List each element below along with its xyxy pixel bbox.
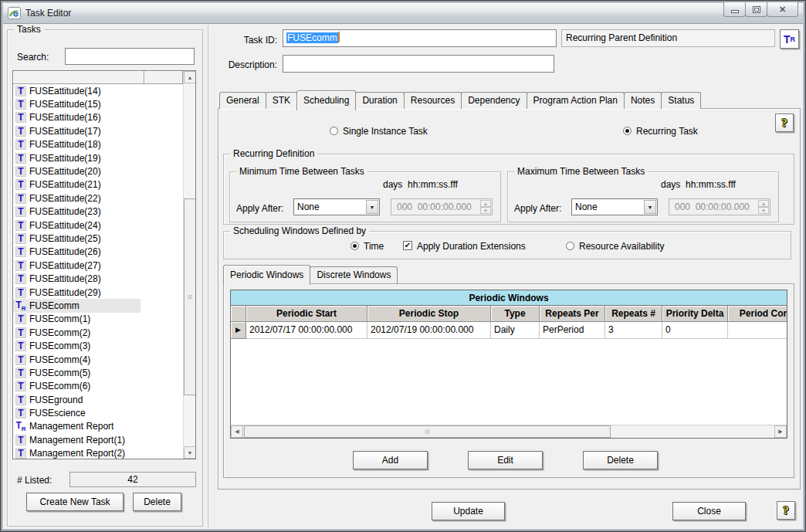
max-spin-buttons[interactable]: ▲▼ — [758, 200, 769, 214]
task-list-item[interactable]: TFUSEground — [13, 393, 183, 406]
task-list-item[interactable]: TFUSEcomm(6) — [13, 380, 183, 393]
close-button[interactable]: ✕ — [767, 2, 798, 17]
task-list-item[interactable]: TFUSEattitude(23) — [13, 205, 183, 219]
task-list-item[interactable]: TFUSEscience — [13, 406, 183, 419]
scroll-left-icon[interactable]: ◀ — [231, 425, 243, 438]
tab-program-action-plan[interactable]: Program Action Plan — [527, 92, 625, 109]
grid-header-cell[interactable]: Repeats # — [605, 306, 662, 322]
tab-notes[interactable]: Notes — [624, 92, 662, 109]
spin-down-icon[interactable]: ▼ — [480, 207, 491, 214]
apply-duration-checkbox[interactable] — [403, 241, 412, 250]
task-list-item[interactable]: TFUSEcomm(1) — [13, 313, 183, 326]
tab-general[interactable]: General — [219, 92, 266, 109]
task-list-item[interactable]: TFUSEattitude(15) — [13, 97, 183, 110]
scroll-up-icon[interactable]: ▲ — [184, 71, 196, 83]
grid-cell[interactable]: Daily — [491, 322, 540, 339]
resource-availability-radio[interactable] — [566, 242, 574, 250]
delete-window-button[interactable]: Delete — [583, 451, 658, 469]
help-button-footer[interactable]: ? — [777, 501, 795, 520]
grid-cell[interactable]: 0 — [662, 322, 728, 339]
chevron-down-icon[interactable]: ▼ — [644, 200, 656, 214]
task-listbox: TFUSEattitude(14)TFUSEattitude(15)TFUSEa… — [12, 70, 196, 459]
task-list-item[interactable]: TFUSEattitude(19) — [13, 151, 183, 164]
tab-resources[interactable]: Resources — [404, 92, 462, 109]
description-input[interactable] — [283, 55, 554, 73]
tab-duration[interactable]: Duration — [355, 92, 404, 109]
grid-header-cell[interactable]: Repeats Per — [540, 306, 605, 322]
grid-cell[interactable]: 3 — [605, 322, 662, 339]
title-bar[interactable]: Task Editor ✕ — [3, 3, 803, 24]
create-new-task-button[interactable]: Create New Task — [26, 493, 124, 511]
task-list-item[interactable]: TFUSEattitude(24) — [13, 219, 183, 232]
grid-data-row[interactable]: ▶2012/07/17 00:00:00.0002012/07/19 00:00… — [231, 322, 787, 339]
close-dialog-button[interactable]: Close — [672, 502, 746, 520]
task-list-item[interactable]: TFUSEcomm(5) — [13, 366, 183, 379]
grid-header-cell[interactable]: Periodic Start — [246, 306, 367, 322]
grid-header-cell[interactable]: Period Com — [728, 306, 787, 322]
scroll-down-icon[interactable]: ▼ — [184, 446, 196, 459]
task-list-item[interactable]: TFUSEcomm(2) — [13, 326, 183, 339]
min-duration-spinner[interactable]: 000 00:00:00.000 ▲▼ — [391, 198, 493, 215]
single-instance-radio[interactable] — [330, 127, 338, 135]
recurring-task-icon-button[interactable]: TR — [780, 29, 799, 49]
task-list-item[interactable]: TFUSEattitude(16) — [13, 111, 183, 124]
update-button[interactable]: Update — [432, 502, 505, 520]
task-list-item[interactable]: TFUSEattitude(18) — [13, 138, 183, 151]
spin-down-icon[interactable]: ▼ — [758, 207, 769, 214]
task-list-item[interactable]: TFUSEattitude(17) — [13, 124, 183, 137]
task-list-item[interactable]: TRFUSEcomm — [13, 299, 183, 312]
chevron-down-icon[interactable]: ▼ — [366, 200, 378, 214]
min-spin-buttons[interactable]: ▲▼ — [480, 200, 491, 214]
task-list-item[interactable]: TFUSEattitude(28) — [13, 272, 183, 285]
grid-cell[interactable]: 2012/07/19 00:00:00.000 — [367, 322, 491, 339]
max-apply-after-combobox[interactable]: None ▼ — [571, 198, 658, 215]
task-list-item[interactable]: TFUSEcomm(4) — [13, 353, 183, 366]
task-list-item[interactable]: TManagement Report(1) — [13, 433, 183, 446]
maximize-button[interactable] — [745, 2, 767, 17]
time-radio[interactable] — [351, 242, 359, 250]
scroll-right-icon[interactable]: ▶ — [774, 425, 787, 438]
search-input[interactable] — [65, 48, 195, 65]
grid-header-cell[interactable]: Priority Delta — [662, 306, 728, 322]
task-list-item[interactable]: TFUSEattitude(27) — [13, 259, 183, 272]
min-time-group: Minimum Time Between Tasks days hh:mm:ss… — [229, 171, 501, 222]
task-list-item[interactable]: TRManagement Report — [13, 420, 183, 433]
spin-up-icon[interactable]: ▲ — [480, 200, 491, 207]
add-window-button[interactable]: Add — [353, 451, 428, 469]
task-list-header-col1[interactable] — [13, 71, 144, 84]
task-list-vscrollbar[interactable]: ▲ ▼ — [183, 71, 195, 459]
minimize-button[interactable] — [723, 2, 746, 17]
task-list-item[interactable]: TFUSEattitude(29) — [13, 286, 183, 299]
recurring-task-radio[interactable] — [623, 127, 632, 135]
tab-status[interactable]: Status — [661, 92, 701, 109]
task-list-item[interactable]: TFUSEattitude(20) — [13, 164, 183, 178]
delete-task-button[interactable]: Delete — [133, 493, 181, 511]
task-list-header-col2[interactable] — [144, 71, 183, 84]
grid-cell[interactable]: PerPeriod — [540, 322, 605, 339]
grid-header-cell[interactable]: Type — [491, 306, 540, 322]
task-list-item[interactable]: TFUSEattitude(26) — [13, 246, 183, 259]
task-id-input[interactable]: FUSEcomm — [283, 29, 557, 47]
task-list-item[interactable]: TFUSEattitude(22) — [13, 191, 183, 205]
grid-hscrollbar[interactable]: ◀ ▶ — [231, 425, 787, 438]
task-list-item[interactable]: TFUSEattitude(14) — [13, 84, 183, 97]
hscroll-thumb[interactable] — [244, 425, 611, 438]
max-duration-spinner[interactable]: 000 00:00:00.000 ▲▼ — [669, 198, 770, 215]
task-list-item[interactable]: TFUSEcomm(3) — [13, 339, 183, 352]
tab-dependency[interactable]: Dependency — [461, 92, 527, 109]
help-button-pane[interactable]: ? — [775, 114, 794, 132]
tab-scheduling[interactable]: Scheduling — [296, 90, 356, 110]
task-list-item[interactable]: TManagement Report(2) — [13, 447, 183, 459]
spin-up-icon[interactable]: ▲ — [758, 200, 769, 207]
task-list-item[interactable]: TFUSEattitude(21) — [13, 178, 183, 191]
min-apply-after-combobox[interactable]: None ▼ — [293, 198, 380, 215]
tab-periodic-windows[interactable]: Periodic Windows — [223, 265, 310, 285]
edit-window-button[interactable]: Edit — [468, 451, 543, 469]
task-list-item[interactable]: TFUSEattitude(25) — [13, 232, 183, 245]
tab-stk[interactable]: STK — [266, 92, 297, 109]
grid-header-cell[interactable]: Periodic Stop — [367, 306, 491, 322]
grid-cell[interactable] — [728, 322, 787, 339]
tab-discrete-windows[interactable]: Discrete Windows — [310, 266, 398, 283]
vscroll-thumb[interactable] — [184, 198, 196, 395]
grid-cell[interactable]: 2012/07/17 00:00:00.000 — [246, 322, 367, 339]
